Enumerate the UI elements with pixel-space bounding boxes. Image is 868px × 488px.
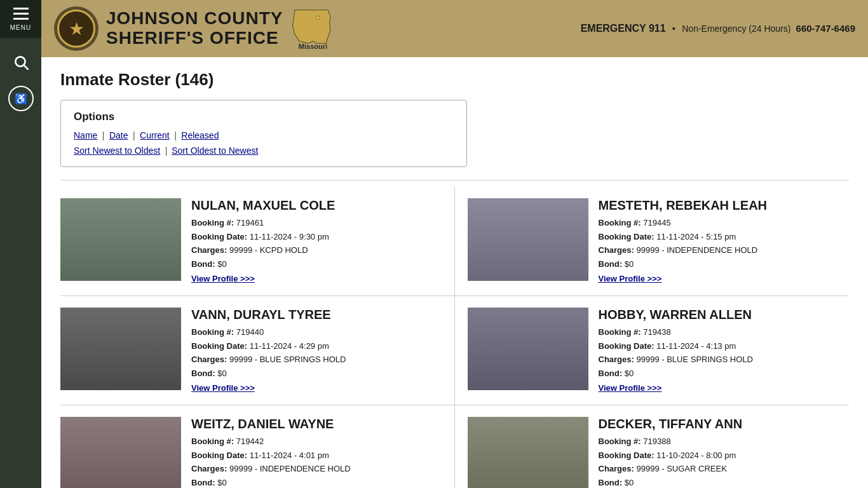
inmate-info: HOBBY, WARREN ALLEN Booking #: 719438 Bo…: [599, 308, 843, 393]
view-profile-link[interactable]: View Profile >>>: [599, 383, 662, 393]
filter-links: Name | Date | Current | Released: [74, 130, 454, 141]
separator: •: [672, 23, 675, 34]
inmate-charges: Charges: 99999 - SUGAR CREEK: [599, 463, 843, 475]
options-title: Options: [74, 111, 454, 123]
inmate-card: VANN, DURAYL TYREE Booking #: 719440 Boo…: [60, 296, 455, 405]
photo-placeholder: [60, 198, 181, 281]
menu-button[interactable]: MENU: [0, 0, 41, 38]
accessibility-icon: ♿: [15, 93, 27, 105]
badge-inner: ★: [57, 10, 95, 48]
inmate-photo: [468, 308, 588, 390]
missouri-map-icon: [290, 8, 335, 46]
page-title: Inmate Roster (146): [60, 70, 849, 90]
inmate-name: VANN, DURAYL TYREE: [191, 308, 442, 322]
non-emergency-label: Non-Emergency (24 Hours): [682, 24, 790, 34]
inmate-name: NULAN, MAXUEL COLE: [191, 198, 442, 213]
inmate-card: MESTETH, REBEKAH LEAH Booking #: 719445 …: [455, 187, 850, 296]
inmate-booking-num: Booking #: 719440: [191, 326, 442, 339]
roster-divider: [60, 180, 849, 180]
inmate-booking-num: Booking #: 719461: [191, 217, 442, 229]
inmate-card: WEITZ, DANIEL WAYNE Booking #: 719442 Bo…: [60, 405, 455, 488]
filter-released-link[interactable]: Released: [181, 130, 219, 140]
inmate-photo: [60, 417, 181, 488]
inmate-name: MESTETH, REBEKAH LEAH: [599, 198, 843, 213]
inmate-charges: Charges: 99999 - KCPD HOLD: [191, 244, 442, 257]
inmate-photo: [60, 308, 181, 390]
inmate-booking-date: Booking Date: 11-11-2024 - 4:13 pm: [599, 340, 843, 353]
inmate-bond: Bond: $0: [191, 477, 442, 489]
inmate-charges: Charges: 99999 - BLUE SPRINGS HOLD: [599, 353, 843, 366]
inmate-booking-date: Booking Date: 11-11-2024 - 5:15 pm: [599, 231, 843, 243]
menu-bar-3: [13, 18, 29, 20]
view-profile-link[interactable]: View Profile >>>: [191, 274, 255, 283]
inmate-name: HOBBY, WARREN ALLEN: [599, 308, 843, 322]
inmate-booking-date: Booking Date: 11-10-2024 - 8:00 pm: [599, 449, 843, 462]
emergency-number: EMERGENCY 911: [581, 23, 666, 34]
inmate-booking-num: Booking #: 719388: [599, 435, 843, 448]
inmate-bond: Bond: $0: [191, 258, 442, 271]
photo-placeholder: [468, 198, 588, 281]
state-map: Missouri: [290, 8, 335, 50]
inmate-info: NULAN, MAXUEL COLE Booking #: 719461 Boo…: [191, 198, 442, 284]
photo-placeholder: [468, 417, 588, 488]
options-box: Options Name | Date | Current | Released…: [60, 100, 467, 167]
agency-badge: ★: [54, 6, 98, 51]
view-profile-link[interactable]: View Profile >>>: [599, 274, 662, 283]
inmate-booking-num: Booking #: 719442: [191, 435, 442, 448]
photo-placeholder: [60, 417, 181, 488]
menu-bar-2: [13, 13, 29, 15]
filter-name-link[interactable]: Name: [74, 130, 97, 140]
inmate-card: HOBBY, WARREN ALLEN Booking #: 719438 Bo…: [455, 296, 850, 405]
main-content: ★ JOHNSON COUNTY SHERIFF'S OFFICE Missou…: [41, 0, 868, 488]
search-button[interactable]: [0, 44, 41, 79]
inmate-booking-num: Booking #: 719438: [599, 326, 843, 339]
inmate-charges: Charges: 99999 - INDEPENDENCE HOLD: [599, 244, 843, 257]
inmate-photo: [468, 417, 588, 488]
svg-line-1: [24, 65, 27, 69]
emergency-info: EMERGENCY 911 • Non-Emergency (24 Hours)…: [581, 23, 855, 34]
svg-point-3: [316, 15, 320, 19]
inmate-photo: [468, 198, 588, 281]
sort-newest-link[interactable]: Sort Newest to Oldest: [74, 146, 160, 156]
inmate-bond: Bond: $0: [599, 367, 843, 380]
inmate-info: MESTETH, REBEKAH LEAH Booking #: 719445 …: [599, 198, 843, 284]
agency-name: JOHNSON COUNTY SHERIFF'S OFFICE: [106, 9, 283, 48]
inmate-bond: Bond: $0: [191, 367, 442, 380]
agency-title-line2: SHERIFF'S OFFICE: [106, 29, 283, 48]
inmate-card: NULAN, MAXUEL COLE Booking #: 719461 Boo…: [60, 187, 455, 296]
inmate-booking-num: Booking #: 719445: [599, 217, 843, 229]
accessibility-button[interactable]: ♿: [8, 86, 34, 111]
inmate-grid: NULAN, MAXUEL COLE Booking #: 719461 Boo…: [60, 187, 849, 488]
filter-date-link[interactable]: Date: [109, 130, 128, 140]
phone-number: 660-747-6469: [796, 23, 855, 34]
inmate-name: WEITZ, DANIEL WAYNE: [191, 417, 442, 431]
inmate-info: VANN, DURAYL TYREE Booking #: 719440 Boo…: [191, 308, 442, 393]
menu-label: MENU: [10, 24, 31, 31]
sidebar: MENU ♿: [0, 0, 41, 488]
state-label: Missouri: [299, 43, 327, 50]
page-content: Inmate Roster (146) Options Name | Date …: [41, 57, 868, 488]
site-header: ★ JOHNSON COUNTY SHERIFF'S OFFICE Missou…: [41, 0, 868, 57]
inmate-booking-date: Booking Date: 11-11-2024 - 4:01 pm: [191, 449, 442, 462]
filter-current-link[interactable]: Current: [140, 130, 170, 140]
search-icon: [13, 54, 29, 71]
inmate-card: DECKER, TIFFANY ANN Booking #: 719388 Bo…: [455, 405, 850, 488]
sort-links: Sort Newest to Oldest | Sort Oldest to N…: [74, 145, 454, 156]
inmate-booking-date: Booking Date: 11-11-2024 - 9:30 pm: [191, 231, 442, 243]
photo-placeholder: [60, 308, 181, 390]
inmate-booking-date: Booking Date: 11-11-2024 - 4:29 pm: [191, 340, 442, 353]
agency-title-line1: JOHNSON COUNTY: [106, 9, 283, 29]
view-profile-link[interactable]: View Profile >>>: [191, 383, 255, 393]
inmate-photo: [60, 198, 181, 281]
inmate-charges: Charges: 99999 - INDEPENDENCE HOLD: [191, 463, 442, 475]
inmate-name: DECKER, TIFFANY ANN: [599, 417, 843, 431]
svg-marker-2: [293, 10, 331, 43]
badge-star-icon: ★: [69, 18, 85, 39]
inmate-bond: Bond: $0: [599, 258, 843, 271]
inmate-info: WEITZ, DANIEL WAYNE Booking #: 719442 Bo…: [191, 417, 442, 488]
photo-placeholder: [468, 308, 588, 390]
inmate-bond: Bond: $0: [599, 477, 843, 489]
inmate-info: DECKER, TIFFANY ANN Booking #: 719388 Bo…: [599, 417, 843, 488]
sort-oldest-link[interactable]: Sort Oldest to Newest: [172, 146, 258, 156]
inmate-charges: Charges: 99999 - BLUE SPRINGS HOLD: [191, 353, 442, 366]
